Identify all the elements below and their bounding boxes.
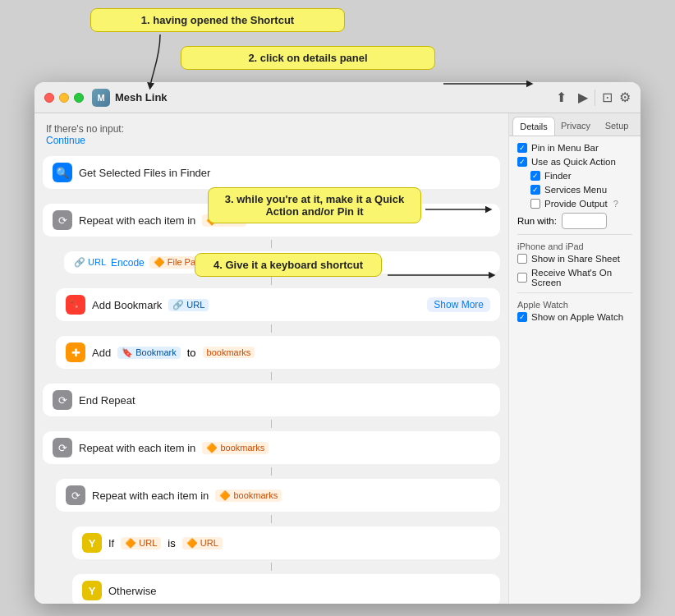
callout-3: 3. while you're at it, make it a Quick A…	[208, 187, 421, 223]
step-end-repeat-1-label: End Repeat	[79, 394, 135, 407]
step-if: Y If 🔶 URL is 🔶 URL	[72, 526, 500, 559]
step-if-url-badge1: 🔶 URL	[121, 537, 161, 549]
zoom-button[interactable]	[74, 93, 84, 103]
step-bookmarks-badge: bookmarks	[203, 347, 255, 358]
quick-action-checkbox[interactable]: ✓	[517, 157, 527, 167]
receive-screen-row: Receive What's On Screen	[517, 268, 632, 287]
traffic-lights	[44, 93, 84, 103]
tab-privacy[interactable]: Privacy	[555, 117, 596, 136]
step-repeat-bookmarks-nested-label: Repeat with each item in	[92, 490, 209, 502]
callout-1-text: 1. having opened the Shortcut	[141, 14, 294, 26]
step-add-bookmark-icon: 🔖	[66, 295, 85, 315]
right-panel: Details Privacy Setup ✓ Pin in Menu Bar …	[509, 113, 641, 604]
step-add-to-bookmarks-icon: ✚	[66, 342, 85, 362]
receive-screen-label: Receive What's On Screen	[531, 268, 632, 287]
step-end-repeat-1: ⟳ End Repeat	[43, 384, 500, 416]
callout-4-text: 4. Give it a keyboard shortcut	[214, 259, 363, 271]
services-menu-checkbox[interactable]: ✓	[530, 185, 540, 195]
quick-action-label: Use as Quick Action	[531, 157, 616, 167]
continue-link[interactable]: Continue	[34, 135, 508, 153]
pin-menu-bar-checkbox[interactable]: ✓	[517, 143, 527, 153]
step-otherwise-label: Otherwise	[108, 585, 157, 597]
minimize-button[interactable]	[59, 93, 69, 103]
sliders-icon[interactable]: ⚙	[619, 90, 631, 105]
iphone-ipad-label: iPhone and iPad	[517, 241, 632, 251]
arrow-2	[439, 67, 538, 100]
step-repeat-1-label: Repeat with each item in	[79, 214, 195, 227]
run-with-row: Run with:	[517, 213, 632, 229]
step-add-bookmark-label: Add Bookmark	[92, 299, 162, 311]
finder-row: ✓ Finder	[517, 171, 632, 181]
provide-output-label: Provide Output	[544, 199, 608, 209]
step-if-label: If	[108, 537, 114, 549]
step-repeat-bookmarks-icon: ⟳	[53, 438, 72, 457]
share-icon[interactable]: ⬆	[556, 90, 567, 105]
step-get-files-icon: 🔍	[53, 163, 72, 182]
connector	[271, 277, 272, 285]
callout-2: 2. click on details panel	[181, 46, 435, 70]
callout-1: 1. having opened the Shortcut	[90, 8, 345, 32]
services-menu-row: ✓ Services Menu	[517, 185, 632, 195]
arrow-3	[421, 197, 495, 222]
connector	[271, 420, 272, 428]
callout-4: 4. Give it a keyboard shortcut	[195, 253, 382, 277]
panel-body: ✓ Pin in Menu Bar ✓ Use as Quick Action …	[509, 136, 641, 333]
step-add-to-bookmarks: ✚ Add 🔖 Bookmark to bookmarks	[56, 336, 500, 369]
connector	[271, 324, 272, 333]
detail-icons: ⊡ ⚙	[602, 90, 631, 105]
receive-screen-checkbox[interactable]	[517, 273, 527, 283]
step-otherwise: Y Otherwise	[72, 574, 500, 604]
run-with-input[interactable]	[562, 213, 607, 229]
finder-checkbox[interactable]: ✓	[530, 171, 540, 181]
pin-menu-bar-label: Pin in Menu Bar	[531, 143, 599, 153]
divider-1	[517, 234, 632, 235]
provide-output-help: ?	[613, 199, 618, 209]
show-apple-watch-checkbox[interactable]: ✓	[517, 312, 527, 322]
step-repeat-bookmarks-nested: ⟳ Repeat with each item in 🔶 bookmarks	[56, 479, 500, 512]
step-repeat-bookmarks-nested-badge: 🔶 bookmarks	[215, 490, 282, 502]
provide-output-checkbox[interactable]	[530, 199, 540, 209]
divider-2	[517, 292, 632, 293]
tab-setup[interactable]: Setup	[596, 117, 637, 136]
titlebar: M Mesh Link ⬆ ▶ ⊡ ⚙	[34, 82, 641, 113]
play-icon[interactable]: ▶	[578, 90, 588, 105]
step-repeat-bookmarks-badge: 🔶 bookmarks	[202, 442, 269, 454]
show-share-sheet-label: Show in Share Sheet	[531, 254, 620, 264]
encode-link[interactable]: Encode	[111, 257, 145, 269]
step-end-repeat-1-icon: ⟳	[53, 390, 72, 410]
step-to-label: to	[187, 347, 196, 359]
step-add-bookmark-badge-url: 🔗 URL	[168, 299, 209, 311]
step-add-bookmark: 🔖 Add Bookmark 🔗 URL Show More	[56, 288, 500, 321]
step-repeat-1-icon: ⟳	[53, 210, 72, 230]
app-icon: M	[92, 89, 110, 107]
step-if-icon: Y	[82, 533, 102, 553]
no-input-label: If there's no input:	[34, 122, 508, 135]
close-button[interactable]	[44, 93, 54, 103]
titlebar-actions: ⬆ ▶	[556, 90, 588, 105]
finder-label: Finder	[544, 171, 572, 181]
step-if-url-badge2: 🔶 URL	[182, 537, 223, 549]
tab-details[interactable]: Details	[512, 117, 555, 136]
step-get-files: 🔍 Get Selected Files in Finder	[43, 156, 500, 189]
connector	[271, 467, 272, 476]
show-share-sheet-row: Show in Share Sheet	[517, 254, 632, 264]
show-share-sheet-checkbox[interactable]	[517, 254, 527, 264]
url-label: 🔗 URL	[74, 257, 106, 268]
step-otherwise-icon: Y	[82, 581, 102, 600]
apple-watch-label: Apple Watch	[517, 300, 632, 310]
step-repeat-bookmarks: ⟳ Repeat with each item in 🔶 bookmarks	[43, 431, 500, 464]
step-get-files-label: Get Selected Files in Finder	[79, 167, 210, 179]
connector	[271, 563, 272, 571]
show-more-button[interactable]: Show More	[427, 297, 490, 312]
step-repeat-bookmarks-nested-icon: ⟳	[66, 485, 85, 505]
arrow-1	[144, 33, 168, 90]
quick-action-row: ✓ Use as Quick Action	[517, 157, 632, 167]
step-add-to-bookmarks-label: Add	[92, 347, 111, 359]
services-menu-label: Services Menu	[544, 185, 607, 195]
sidebar-icon[interactable]: ⊡	[602, 90, 613, 105]
connector	[271, 240, 272, 248]
run-with-label: Run with:	[517, 216, 557, 226]
show-apple-watch-label: Show on Apple Watch	[531, 312, 623, 322]
step-bookmark-badge: 🔖 Bookmark	[117, 347, 181, 359]
callout-2-text: 2. click on details panel	[248, 52, 367, 64]
